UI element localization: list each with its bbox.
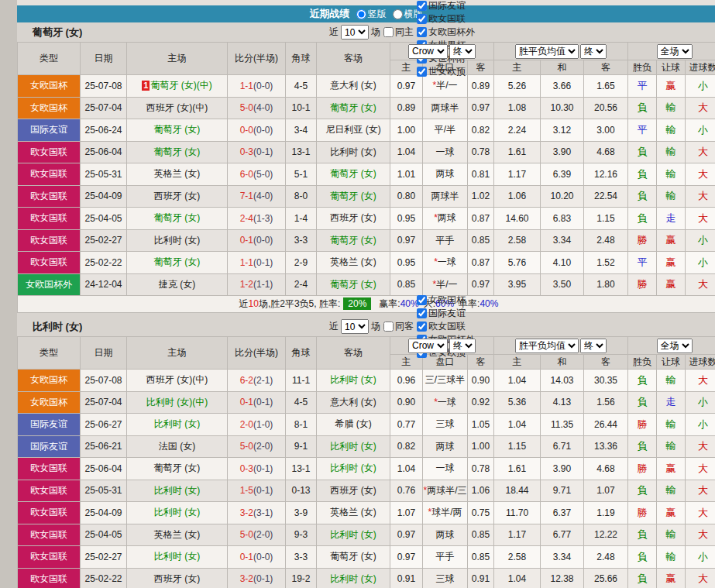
avg-away-odds: 1.19 [584, 502, 628, 524]
avg-home-odds: 18.44 [494, 480, 541, 502]
avg-away-odds: 26.44 [584, 414, 628, 436]
league-filter[interactable]: 女欧国杯 [416, 294, 475, 307]
result-handicap: 輸 [657, 141, 686, 163]
league-filter-label: 国际友谊 [428, 0, 466, 12]
avg-draw-odds: 6.71 [541, 435, 584, 458]
match-league: 欧女国联 [18, 502, 81, 524]
match-score: 0-1(0-0) [228, 546, 286, 569]
match-count-select[interactable]: 10 [341, 319, 369, 334]
match-league: 女欧国杯 [18, 391, 81, 414]
crown-home-odds: 0.95 [390, 208, 423, 230]
result-handicap: 輸 [657, 97, 686, 119]
crown-handicap: 一球 [423, 141, 468, 163]
result-wdl: 負 [628, 141, 657, 163]
crown-handicap: 两球 [423, 163, 468, 186]
league-filter-label: 女欧国杯 [428, 294, 466, 307]
avg-away-odds: 13.36 [584, 435, 628, 458]
crown-handicap: 三球 [423, 414, 468, 436]
league-filter[interactable]: 欧女国联 [416, 12, 475, 26]
result-goals: 小 [686, 252, 715, 274]
avg-home-odds: 14.60 [494, 208, 541, 230]
crown-home-odds: 0.90 [390, 391, 423, 414]
result-goals: 大 [686, 480, 715, 502]
col-header-avg-draw: 和 [541, 355, 584, 370]
avg-away-odds: 1.15 [584, 208, 628, 230]
league-filter-label: 欧女国联 [428, 320, 466, 333]
avg-draw-odds: 3.50 [541, 273, 584, 296]
league-filter[interactable]: 国际友谊 [416, 307, 475, 320]
bookmaker-select[interactable]: Crow [408, 44, 448, 59]
match-score: 1-5(0-1) [228, 480, 286, 502]
match-score: 5-0(2-0) [228, 524, 286, 546]
avg-draw-odds: 6.83 [541, 208, 584, 230]
result-handicap: 輸 [657, 435, 686, 458]
avg-stage-select[interactable]: 终 [580, 339, 607, 353]
crown-away-odds: 0.92 [468, 391, 494, 414]
match-count-select[interactable]: 10 [341, 25, 369, 40]
away-team: 英格兰 (女) [317, 252, 390, 274]
crown-handicap: 平手 [423, 229, 468, 252]
wdl-avg-select[interactable]: 胜平负均值 [515, 44, 579, 59]
league-filter-label: 欧女国联 [428, 12, 466, 26]
result-handicap: 輸 [657, 119, 686, 142]
team-name: 比利时 (女) [33, 320, 329, 334]
match-score: 5-0(4-0) [228, 97, 286, 119]
wdl-avg-select[interactable]: 胜平负均值 [515, 339, 579, 353]
league-filter[interactable]: 国际友谊 [416, 0, 475, 12]
avg-home-odds: 1.61 [494, 141, 541, 163]
match-row: 欧女国联 25-06-04 葡萄牙 (女) 0-3(0-1) 13-1 比利时 … [18, 141, 715, 163]
away-team: 希腊 (女) [317, 414, 390, 436]
match-date: 25-07-08 [81, 370, 127, 392]
match-row: 女欧国杯外 24-12-04 捷克 (女) 1-2(1-1) 2-4 葡萄牙 (… [18, 273, 715, 296]
fulltime-select[interactable]: 全场 [657, 44, 693, 59]
crown-away-odds: 0.78 [468, 458, 494, 480]
bookmaker-select[interactable]: Crow [408, 339, 448, 353]
odds-stage-select[interactable]: 终 [449, 44, 476, 59]
match-league: 欧女国联 [18, 568, 81, 588]
team-section: 葡萄牙 (女) 近 10 场 同主 女欧国杯国际友谊欧女国联女欧国杯外女世界杯女… [17, 22, 715, 317]
home-team: 英格兰 (女) [127, 163, 228, 186]
match-league: 国际友谊 [18, 414, 81, 436]
match-row: 欧女国联 25-04-09 西班牙 (女) 7-1(4-0) 8-0 葡萄牙 (… [18, 185, 715, 208]
crown-handicap: *两球 [423, 208, 468, 230]
league-filter-checkbox[interactable] [417, 308, 427, 318]
avg-draw-odds: 4.10 [541, 252, 584, 274]
result-goals: 小 [686, 75, 715, 98]
avg-stage-select[interactable]: 终 [580, 44, 607, 59]
league-filter[interactable]: 女欧国杯外 [416, 26, 475, 39]
same-venue-filter[interactable]: 同客 [383, 320, 414, 333]
crown-away-odds: 0.91 [468, 568, 494, 588]
league-filter[interactable]: 欧女国联 [416, 320, 475, 333]
league-filter-checkbox[interactable] [417, 295, 427, 305]
avg-draw-odds: 9.71 [541, 480, 584, 502]
avg-away-odds: 4.68 [584, 141, 628, 163]
fulltime-select[interactable]: 全场 [657, 339, 693, 353]
results-table: 类型 日期 主场 比分(半场) 角球 客场 Crow终 胜平负均值终 全场 [17, 42, 715, 296]
avg-group-header: 胜平负均值终 [494, 43, 628, 60]
same-venue-checkbox[interactable] [383, 27, 394, 37]
crown-away-odds: 0.87 [468, 208, 494, 230]
match-date: 25-05-31 [81, 163, 127, 186]
avg-home-odds: 1.04 [494, 370, 541, 392]
same-venue-checkbox[interactable] [383, 322, 394, 332]
league-filter-checkbox[interactable] [417, 14, 427, 24]
crown-home-odds: 1.04 [390, 458, 423, 480]
league-filter-checkbox[interactable] [417, 67, 427, 77]
match-date: 25-04-05 [81, 524, 127, 546]
corner-score: 10-1 [286, 97, 317, 119]
league-filter-checkbox[interactable] [417, 27, 427, 37]
league-filter-checkbox[interactable] [417, 1, 427, 11]
match-date: 25-04-05 [81, 208, 127, 230]
same-venue-filter[interactable]: 同主 [383, 26, 414, 39]
avg-home-odds: 1.08 [494, 97, 541, 119]
avg-home-odds: 2.58 [494, 546, 541, 569]
odds-stage-select[interactable]: 终 [449, 339, 476, 353]
result-wdl: 勝 [628, 414, 657, 436]
col-header-letball: 让球 [657, 60, 686, 75]
home-team: 1葡萄牙 (女)(中) [127, 75, 228, 98]
league-filter-checkbox[interactable] [417, 322, 427, 332]
avg-draw-odds: 6.39 [541, 163, 584, 186]
result-handicap: 走 [657, 208, 686, 230]
avg-home-odds: 11.70 [494, 502, 541, 524]
crown-away-odds: 1.02 [468, 185, 494, 208]
